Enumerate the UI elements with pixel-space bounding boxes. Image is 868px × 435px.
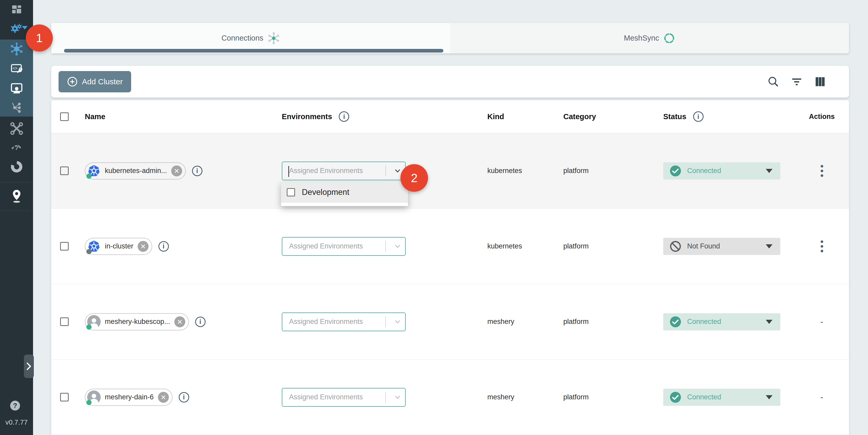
assigned-environments-select[interactable]: Assigned Environments bbox=[282, 237, 406, 256]
column-header-status[interactable]: Status i bbox=[663, 111, 795, 122]
sidebar-item-service-mesh[interactable] bbox=[0, 100, 33, 115]
connection-info-button[interactable]: i bbox=[158, 241, 169, 252]
connections-icon bbox=[268, 32, 280, 44]
row-checkbox[interactable] bbox=[60, 393, 69, 401]
assigned-environments-select[interactable]: Assigned Environments bbox=[282, 388, 406, 407]
tab-connections[interactable]: Connections bbox=[51, 23, 450, 53]
column-header-category[interactable]: Category bbox=[563, 113, 596, 121]
status-chip[interactable]: Connected bbox=[663, 162, 780, 180]
slash-circle-icon bbox=[670, 240, 681, 252]
select-divider bbox=[385, 392, 386, 403]
connection-name-chip[interactable]: kubernetes-admin... bbox=[85, 162, 186, 180]
row-actions-menu-button[interactable] bbox=[819, 163, 825, 179]
connection-name: kubernetes-admin... bbox=[105, 167, 167, 175]
table-row: kubernetes-admin... i Assigned Environme… bbox=[51, 133, 849, 209]
row-avatar bbox=[87, 240, 101, 253]
environments-cell: Assigned Environments Development 2 bbox=[282, 161, 406, 180]
chevron-down-icon[interactable] bbox=[22, 26, 28, 29]
filter-button[interactable] bbox=[791, 76, 803, 88]
check-circle-icon bbox=[670, 316, 681, 328]
status-chip[interactable]: Not Found bbox=[663, 238, 780, 255]
sidebar-item-adapters[interactable]: <> bbox=[0, 62, 33, 76]
sidebar-item-performance[interactable] bbox=[0, 140, 33, 154]
meshery-app: <> bbox=[0, 0, 868, 435]
column-header-name[interactable]: Name bbox=[85, 113, 105, 121]
info-icon[interactable]: i bbox=[693, 111, 704, 122]
presence-dot bbox=[86, 400, 92, 405]
assigned-environments-select[interactable]: Assigned Environments bbox=[282, 161, 406, 180]
row-checkbox[interactable] bbox=[60, 242, 69, 251]
presence-dot bbox=[86, 324, 92, 330]
sidebar-item-operator[interactable] bbox=[0, 81, 33, 96]
environment-option-checkbox[interactable] bbox=[287, 188, 295, 196]
connection-name-chip[interactable]: meshery-dain-6 bbox=[85, 389, 173, 406]
add-cluster-label: Add Cluster bbox=[82, 77, 123, 86]
column-header-kind[interactable]: Kind bbox=[487, 113, 504, 121]
row-checkbox[interactable] bbox=[60, 317, 69, 326]
delete-connection-button[interactable] bbox=[174, 316, 185, 327]
table-row: meshery-kubescop... i Assigned Environme… bbox=[51, 284, 849, 360]
delete-connection-button[interactable] bbox=[171, 165, 182, 177]
mesh-network-icon bbox=[10, 42, 24, 56]
assigned-environments-select[interactable]: Assigned Environments bbox=[282, 312, 406, 331]
status-chip[interactable]: Connected bbox=[663, 389, 780, 406]
step-badge-1: 1 bbox=[26, 25, 53, 52]
status-label: Connected bbox=[687, 393, 760, 401]
row-actions-menu-button[interactable] bbox=[819, 239, 825, 254]
column-header-environments[interactable]: Environments i bbox=[282, 111, 349, 122]
view-columns-button[interactable] bbox=[814, 76, 826, 88]
kind-value: meshery bbox=[487, 393, 515, 401]
sidebar-item-toolkit[interactable] bbox=[0, 121, 33, 136]
select-all-checkbox[interactable] bbox=[60, 113, 69, 121]
mesh-ring-icon bbox=[10, 160, 23, 174]
connection-info-button[interactable]: i bbox=[179, 392, 189, 402]
search-icon bbox=[767, 76, 779, 88]
gauge-icon bbox=[10, 140, 23, 154]
code-window-icon: <> bbox=[10, 62, 23, 75]
chevron-down-icon[interactable] bbox=[390, 393, 405, 402]
connection-info-button[interactable]: i bbox=[192, 166, 203, 176]
chevron-down-icon[interactable] bbox=[390, 317, 405, 326]
location-pin-icon bbox=[9, 189, 24, 204]
delete-connection-button[interactable] bbox=[137, 241, 149, 252]
environment-option-development[interactable]: Development bbox=[281, 182, 408, 203]
connections-table: Name Environments i Kind Category Status… bbox=[51, 100, 849, 435]
connection-name: meshery-dain-6 bbox=[105, 393, 154, 401]
connection-name-chip[interactable]: in-cluster bbox=[85, 238, 152, 255]
tab-meshsync-label: MeshSync bbox=[624, 34, 659, 42]
sidebar-divider bbox=[0, 182, 33, 182]
branch-nodes-icon bbox=[10, 101, 23, 115]
select-divider bbox=[385, 241, 386, 252]
help-button[interactable]: ? bbox=[10, 401, 20, 410]
info-icon[interactable]: i bbox=[339, 111, 349, 122]
sidebar-item-catalog[interactable] bbox=[0, 188, 33, 205]
column-header-actions: Actions bbox=[809, 113, 835, 121]
category-value: platform bbox=[563, 167, 589, 175]
table-row: meshery-dain-6 i Assigned Environments bbox=[51, 360, 849, 435]
category-value: platform bbox=[563, 242, 589, 250]
category-value: platform bbox=[563, 393, 589, 401]
sidebar-item-dashboard[interactable] bbox=[0, 3, 33, 15]
chevron-down-icon[interactable] bbox=[390, 242, 405, 251]
status-caret-icon bbox=[766, 320, 773, 324]
add-cluster-button[interactable]: Add Cluster bbox=[59, 71, 131, 92]
tab-meshsync[interactable]: MeshSync bbox=[450, 23, 849, 53]
presence-dot bbox=[86, 174, 92, 179]
table-header: Name Environments i Kind Category Status… bbox=[51, 100, 849, 133]
kind-value: kubernetes bbox=[487, 167, 522, 175]
sidebar-item-meshery[interactable] bbox=[0, 160, 33, 174]
tab-connections-label: Connections bbox=[221, 34, 263, 42]
connection-name-chip[interactable]: meshery-kubescop... bbox=[85, 313, 189, 331]
row-avatar bbox=[87, 315, 101, 329]
sidebar-expand-button[interactable] bbox=[24, 354, 34, 378]
kind-value: kubernetes bbox=[487, 242, 522, 250]
connection-name: in-cluster bbox=[105, 242, 133, 250]
status-chip[interactable]: Connected bbox=[663, 313, 780, 331]
connection-info-button[interactable]: i bbox=[195, 317, 206, 327]
row-avatar bbox=[87, 391, 101, 404]
close-icon bbox=[174, 168, 179, 174]
delete-connection-button[interactable] bbox=[158, 392, 169, 403]
search-button[interactable] bbox=[767, 76, 779, 88]
row-checkbox[interactable] bbox=[60, 166, 69, 175]
step-badge-2: 2 bbox=[400, 164, 428, 192]
